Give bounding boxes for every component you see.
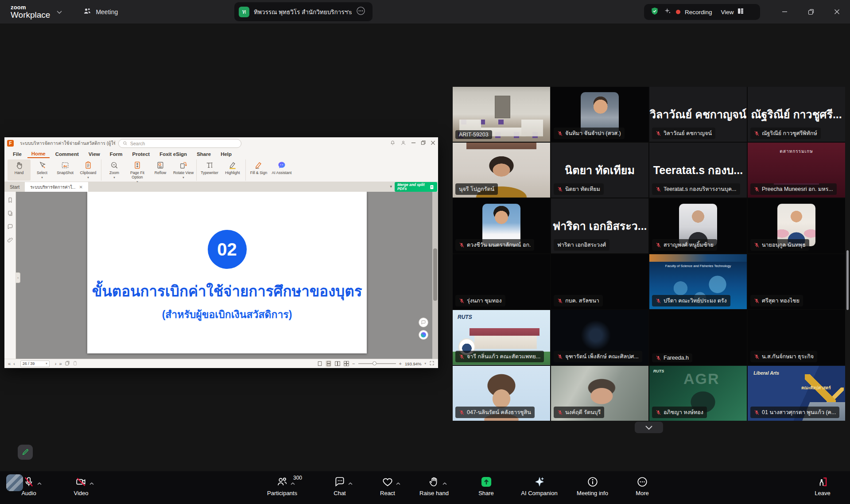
foxit-restore-icon[interactable] bbox=[421, 140, 426, 146]
tool-snapshot[interactable]: SnapShot bbox=[54, 159, 77, 181]
ai-sparkle-icon[interactable] bbox=[664, 7, 671, 17]
next-page-icon[interactable]: › bbox=[55, 361, 57, 366]
document-canvas[interactable]: 02 ขั้นตอนการเบิกค่าใช้จ่ายการศึกษาของบุ… bbox=[16, 192, 438, 359]
attachments-panel-icon[interactable] bbox=[7, 237, 13, 244]
menu-comment[interactable]: Comment bbox=[51, 151, 83, 158]
start-tab[interactable]: Start bbox=[4, 182, 25, 192]
snapshot-status-icon[interactable] bbox=[65, 361, 70, 367]
tool-clipboard[interactable]: Clipboard▾ bbox=[77, 159, 100, 181]
more-button[interactable]: More bbox=[622, 471, 662, 504]
audio-button[interactable]: Audio bbox=[13, 471, 44, 504]
menu-foxit-esign[interactable]: Foxit eSign bbox=[155, 151, 191, 158]
bookmarks-panel-icon[interactable] bbox=[7, 197, 13, 204]
close-button[interactable] bbox=[824, 0, 850, 23]
gallery-next-button[interactable] bbox=[635, 422, 663, 433]
participant-tile[interactable]: ศรีสุดา ทองไชย bbox=[748, 254, 845, 309]
zoom-in-icon[interactable]: + bbox=[399, 361, 402, 366]
zoom-dropdown-icon[interactable]: ▾ bbox=[424, 362, 426, 365]
active-meeting-tab[interactable]: ท ทิพวรรณ พุทธวิโร สำนักวิทยบริการฯ's bbox=[234, 2, 373, 21]
bell-icon[interactable] bbox=[390, 140, 396, 147]
participant-tile[interactable]: จุฑารัตน์ เพ็งลักษ์ คณะศิลปศ... bbox=[551, 310, 648, 365]
maximize-button[interactable] bbox=[798, 0, 824, 23]
minimize-button[interactable] bbox=[772, 0, 798, 23]
participant-tile[interactable]: น.ส.กันจ์กษมา ธุระกิจ bbox=[748, 310, 845, 365]
participant-tile[interactable]: กบค. สรัลชนา bbox=[551, 254, 648, 309]
tool-reflow[interactable]: Reflow bbox=[149, 159, 172, 181]
last-page-icon[interactable]: » bbox=[59, 361, 62, 366]
document-tab-close-icon[interactable]: ✕ bbox=[79, 185, 82, 190]
zoom-slider-knob[interactable] bbox=[373, 361, 376, 365]
fullscreen-icon[interactable] bbox=[429, 361, 435, 367]
first-page-icon[interactable]: « bbox=[8, 361, 11, 366]
ai-float-button[interactable] bbox=[419, 330, 428, 340]
participant-tile[interactable]: 047-นลินรัตน์ คลังธารชูสิน bbox=[453, 366, 550, 421]
participant-tile[interactable]: ดวงชีวัน มนตราลักษณ์ อก. bbox=[453, 198, 550, 253]
comments-panel-icon[interactable] bbox=[7, 224, 13, 231]
ai-companion-button[interactable]: AI Companion bbox=[509, 471, 569, 504]
chat-button[interactable]: Chat bbox=[320, 471, 360, 504]
zoom-slider[interactable] bbox=[358, 363, 396, 364]
single-page-view-icon[interactable] bbox=[317, 361, 322, 367]
participants-button[interactable]: 300Participants bbox=[253, 471, 311, 504]
pages-panel-icon[interactable] bbox=[7, 210, 13, 217]
participant-tile[interactable]: รุ่งนภา ชุมทอง bbox=[453, 254, 550, 309]
tool-zoom[interactable]: Zoom▾ bbox=[103, 159, 126, 181]
workspace-chevron-down-icon[interactable] bbox=[56, 8, 62, 16]
tool-fill-sign[interactable]: Fill & Sign bbox=[247, 159, 270, 181]
menu-share[interactable]: Share bbox=[193, 151, 215, 158]
security-shield-icon[interactable] bbox=[650, 7, 659, 17]
zoom-out-icon[interactable]: − bbox=[352, 361, 355, 366]
document-scrollbar-thumb[interactable] bbox=[433, 248, 437, 301]
meeting-tab[interactable]: Meeting bbox=[83, 7, 118, 17]
tool-highlight[interactable]: Highlight bbox=[221, 159, 244, 181]
share-button[interactable]: Share bbox=[465, 471, 507, 504]
raise-hand-menu-caret[interactable] bbox=[442, 479, 447, 487]
sidebar-expander[interactable]: › bbox=[16, 272, 20, 283]
gallery-scrollbar-thumb[interactable] bbox=[846, 250, 849, 310]
foxit-minimize-icon[interactable] bbox=[411, 140, 416, 146]
participant-tile[interactable]: นงค์ฤดี รัตนบุรี bbox=[551, 366, 648, 421]
participant-tile[interactable]: นุจรี โปฏกรัตน์ bbox=[453, 143, 550, 198]
participant-tile[interactable]: นายอนุกูล นันทพุธ bbox=[748, 198, 845, 253]
chat-menu-caret[interactable] bbox=[348, 479, 353, 487]
foxit-close-icon[interactable] bbox=[431, 140, 435, 146]
continuous-view-icon[interactable] bbox=[326, 361, 331, 367]
tool-typewriter[interactable]: Typewriter bbox=[198, 159, 221, 181]
annotation-pencil-button[interactable] bbox=[18, 445, 33, 460]
participant-tile[interactable]: วิลาวัณย์ คชกาญจน์ วิลาวัณย์ คชกาญจน์ bbox=[649, 87, 747, 142]
account-icon[interactable] bbox=[400, 140, 406, 147]
clipboard-status-icon[interactable] bbox=[73, 361, 78, 367]
tool-page-fit-option[interactable]: Page Fit Option▾ bbox=[126, 159, 149, 181]
participant-tile[interactable]: ณัฐริณีย์ กาวชูศรี... ณัฐริณีย์ กาวชูศรี… bbox=[748, 87, 845, 142]
menu-help[interactable]: Help bbox=[217, 151, 236, 158]
tab-list-dropdown-icon[interactable]: ▾ bbox=[390, 184, 392, 189]
comment-float-button[interactable] bbox=[419, 318, 428, 327]
zoom-percentage[interactable]: 193.94% bbox=[405, 361, 422, 366]
participant-tile[interactable]: ตสาหกรรมเกษ Preecha Muneesri อก. มหร... bbox=[748, 143, 845, 198]
tool-hand[interactable]: Hand bbox=[8, 159, 31, 181]
meeting-info-button[interactable]: Meeting info bbox=[567, 471, 618, 504]
foxit-search-input[interactable]: Search bbox=[118, 139, 241, 148]
participant-tile[interactable]: Teeratat.s กองบ... Teeratat.s กองบริหารง… bbox=[649, 143, 747, 198]
participant-tile[interactable]: จันทิมา จันจำปา (สวส.) bbox=[551, 87, 648, 142]
participant-tile[interactable]: AGRRUTS อภิชญา หงษ์ทอง bbox=[649, 366, 747, 421]
menu-view[interactable]: View bbox=[85, 151, 104, 158]
participant-tile[interactable]: สราญพงศ์ หนูยิ้มซ้าย bbox=[649, 198, 747, 253]
prev-page-icon[interactable]: ‹ bbox=[13, 361, 15, 366]
menu-file[interactable]: File bbox=[9, 151, 26, 158]
react-menu-caret[interactable] bbox=[396, 479, 401, 487]
video-button[interactable]: Video bbox=[57, 471, 105, 504]
react-button[interactable]: React bbox=[368, 471, 408, 504]
video-menu-caret[interactable] bbox=[89, 479, 94, 487]
view-button[interactable]: View bbox=[721, 8, 744, 16]
menu-home[interactable]: Home bbox=[27, 150, 50, 158]
participant-tile[interactable]: RUTS จารี กลิ่นแก้ว คณะสัตวแพทย... bbox=[453, 310, 550, 365]
participant-tile[interactable]: นิตยา ทัดเทียม นิตยา ทัดเทียม bbox=[551, 143, 648, 198]
participant-tile[interactable]: Liberal Artsคณะศิลปศาสตร์ 01 นางสาวศุกรด… bbox=[748, 366, 845, 421]
participant-tile[interactable]: ARIT-59203 bbox=[453, 87, 550, 142]
document-tab[interactable]: ระบบบริหารจัดการค่าใ... ✕ bbox=[25, 182, 88, 192]
participant-tile[interactable]: Fareeda.h bbox=[649, 310, 747, 365]
raise-hand-button[interactable]: Raise hand bbox=[410, 471, 458, 504]
document-scrollbar[interactable] bbox=[432, 192, 438, 359]
participant-tile[interactable]: ฟาริดา เอกอิสระว... ฟาริดา เอกอิสระวงศ์ bbox=[551, 198, 648, 253]
